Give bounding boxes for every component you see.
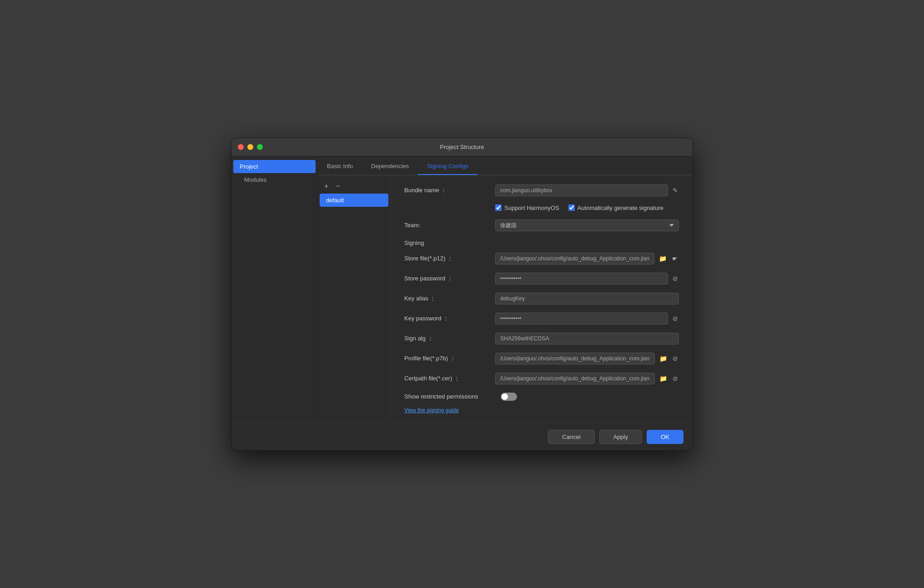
store-password-row: Store password ： ⊘ xyxy=(404,273,679,284)
tab-basic-info[interactable]: Basic Info xyxy=(318,158,362,175)
ok-button[interactable]: OK xyxy=(647,430,683,444)
key-alias-input-wrap xyxy=(495,293,679,304)
profile-folder-icon[interactable]: 📁 xyxy=(658,354,668,363)
bundle-name-input-wrap: ✎ xyxy=(495,184,679,196)
fingerprint-icon[interactable]: ☛ xyxy=(671,254,679,263)
config-item-default[interactable]: default xyxy=(320,194,388,207)
edit-bundle-icon[interactable]: ✎ xyxy=(672,186,679,195)
team-row: Team: 徐建国 xyxy=(404,219,679,231)
sign-alg-input-wrap xyxy=(495,333,679,344)
config-panel-left: + − default xyxy=(318,175,391,423)
help-key-password-icon[interactable]: ⊘ xyxy=(672,314,679,323)
support-harmonyos-checkbox[interactable]: Support HarmonyOS xyxy=(495,204,559,211)
certpath-file-row: Certpath file(*.cer) ： 📁 ⊘ xyxy=(404,373,679,384)
support-harmonyos-input[interactable] xyxy=(495,204,502,211)
certpath-file-input-wrap: 📁 ⊘ xyxy=(495,373,679,384)
profile-file-label: Profile file(*.p7b) ： xyxy=(404,354,495,363)
auto-sign-checkbox[interactable]: Automatically generate signature xyxy=(568,204,663,211)
panel-area: + − default Bundle name ： xyxy=(318,175,693,423)
minimize-button[interactable] xyxy=(247,144,253,150)
checkboxes-row: Support HarmonyOS Automatically generate… xyxy=(404,204,679,211)
auto-sign-input[interactable] xyxy=(568,204,575,211)
show-restricted-toggle[interactable] xyxy=(501,393,517,401)
content-area: Basic Info Dependencies Signing Configs … xyxy=(318,156,693,423)
sidebar-item-project[interactable]: Project xyxy=(233,160,316,173)
key-alias-input[interactable] xyxy=(495,293,679,304)
titlebar: Project Structure xyxy=(231,138,693,156)
key-alias-row: Key alias ： xyxy=(404,293,679,304)
key-password-input-wrap: ⊘ xyxy=(495,313,679,324)
store-file-input[interactable] xyxy=(495,253,654,264)
show-restricted-label: Show restricted permissions xyxy=(404,393,495,400)
key-password-label: Key password ： xyxy=(404,314,495,323)
profile-file-input[interactable] xyxy=(495,353,655,364)
store-file-row: Store file(*.p12) ： 📁 ☛ xyxy=(404,253,679,264)
team-input-wrap: 徐建国 xyxy=(495,219,679,231)
apply-button[interactable]: Apply xyxy=(599,430,643,444)
certpath-file-input[interactable] xyxy=(495,373,655,384)
maximize-button[interactable] xyxy=(257,144,263,150)
certpath-help-icon[interactable]: ⊘ xyxy=(672,374,679,383)
certpath-file-label: Certpath file(*.cer) ： xyxy=(404,374,495,383)
team-label: Team: xyxy=(404,222,495,229)
certpath-folder-icon[interactable]: 📁 xyxy=(658,374,668,383)
bundle-name-label: Bundle name ： xyxy=(404,186,495,194)
bundle-name-row: Bundle name ： ✎ xyxy=(404,184,679,196)
profile-help-icon[interactable]: ⊘ xyxy=(672,354,679,363)
tab-signing-configs[interactable]: Signing Configs xyxy=(418,158,477,175)
add-config-button[interactable]: + xyxy=(322,182,330,191)
store-password-input[interactable] xyxy=(495,273,668,284)
bundle-name-input[interactable] xyxy=(495,184,668,196)
form-area: Bundle name ： ✎ Support HarmonyOS xyxy=(391,175,693,423)
store-file-label: Store file(*.p12) ： xyxy=(404,254,495,263)
sign-alg-input[interactable] xyxy=(495,333,679,344)
store-file-input-wrap: 📁 ☛ xyxy=(495,253,679,264)
sidebar-item-modules[interactable]: Modules xyxy=(231,173,317,186)
show-restricted-row: Show restricted permissions xyxy=(404,393,679,401)
footer-bar: Cancel Apply OK xyxy=(231,423,693,450)
close-button[interactable] xyxy=(238,144,244,150)
key-alias-label: Key alias ： xyxy=(404,294,495,303)
cancel-button[interactable]: Cancel xyxy=(548,430,594,444)
window-controls xyxy=(238,144,263,150)
store-password-label: Store password ： xyxy=(404,274,495,283)
store-password-input-wrap: ⊘ xyxy=(495,273,679,284)
project-structure-window: Project Structure Project Modules Basic … xyxy=(231,138,693,451)
key-password-row: Key password ： ⊘ xyxy=(404,313,679,324)
sign-alg-row: Sign alg ： xyxy=(404,333,679,344)
help-password-icon[interactable]: ⊘ xyxy=(672,274,679,283)
folder-icon[interactable]: 📁 xyxy=(658,254,668,263)
profile-file-input-wrap: 📁 ⊘ xyxy=(495,353,679,364)
remove-config-button[interactable]: − xyxy=(334,182,341,191)
view-signing-guide-link[interactable]: View the signing guide xyxy=(404,407,679,414)
config-toolbar: + − xyxy=(318,179,390,194)
tab-dependencies[interactable]: Dependencies xyxy=(362,158,418,175)
window-title: Project Structure xyxy=(440,144,484,150)
key-password-input[interactable] xyxy=(495,313,668,324)
sign-alg-label: Sign alg ： xyxy=(404,334,495,343)
team-select[interactable]: 徐建国 xyxy=(495,219,679,231)
tabs-bar: Basic Info Dependencies Signing Configs xyxy=(318,156,693,175)
sidebar: Project Modules xyxy=(231,156,318,423)
profile-file-row: Profile file(*.p7b) ： 📁 ⊘ xyxy=(404,353,679,364)
signing-section-title: Signing xyxy=(404,239,679,246)
